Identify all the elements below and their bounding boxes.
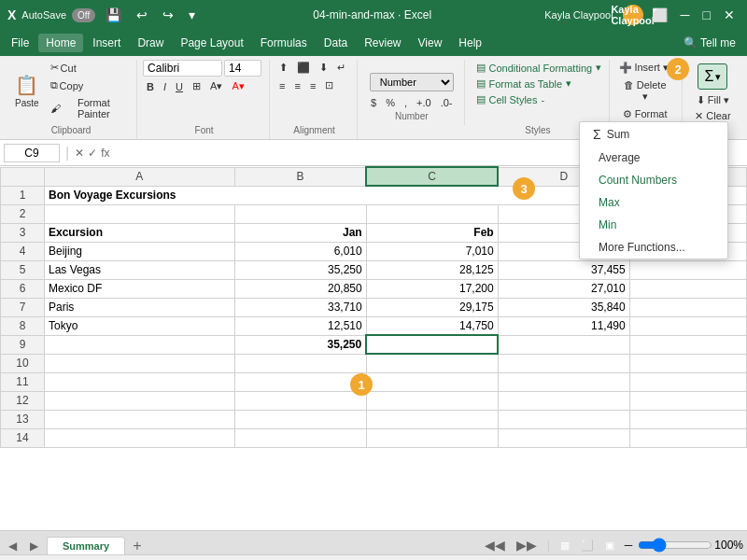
- cell-a2[interactable]: [45, 204, 235, 223]
- cancel-formula-icon[interactable]: ✕: [75, 147, 84, 160]
- cell-c13[interactable]: [366, 410, 498, 428]
- menu-insert[interactable]: Insert: [85, 34, 128, 52]
- menu-data[interactable]: Data: [317, 34, 355, 52]
- row-header-11[interactable]: 11: [1, 372, 45, 391]
- cell-d11[interactable]: [498, 372, 629, 391]
- cell-e9[interactable]: [629, 335, 746, 354]
- cell-c14[interactable]: [366, 428, 498, 447]
- conditional-formatting-button[interactable]: ▤ Conditional Formatting ▾: [471, 60, 608, 76]
- cell-b3[interactable]: Jan: [234, 223, 366, 242]
- cell-d8[interactable]: 11,490: [498, 316, 629, 335]
- menu-item-count-numbers[interactable]: Count Numbers: [580, 169, 727, 191]
- format-painter-button[interactable]: 🖌 Format Painter: [47, 95, 130, 121]
- cell-b2[interactable]: [234, 204, 366, 223]
- cell-c6[interactable]: 17,200: [366, 279, 498, 298]
- cell-e14[interactable]: [629, 428, 746, 447]
- menu-item-min[interactable]: Min: [580, 214, 727, 236]
- user-circle[interactable]: Kayla Claypool: [623, 5, 643, 25]
- font-color-button[interactable]: A▾: [228, 78, 247, 94]
- dec-increase-button[interactable]: +.0: [413, 95, 435, 110]
- cell-e10[interactable]: [629, 354, 746, 372]
- col-header-a[interactable]: A: [45, 167, 235, 186]
- font-name-input[interactable]: [143, 60, 222, 77]
- font-size-input[interactable]: [224, 60, 261, 77]
- scroll-right-button[interactable]: ▶▶: [512, 536, 542, 554]
- quick-access-more[interactable]: ▾: [184, 6, 200, 24]
- cell-a1[interactable]: Bon Voyage Excursions: [45, 186, 630, 204]
- row-header-5[interactable]: 5: [1, 260, 45, 279]
- cell-a5[interactable]: Las Vegas: [45, 260, 235, 279]
- cell-a6[interactable]: Mexico DF: [45, 279, 235, 298]
- cell-styles-button[interactable]: ▤ Cell Styles -: [471, 91, 551, 107]
- menu-draw[interactable]: Draw: [130, 34, 171, 52]
- align-left-button[interactable]: ≡: [275, 78, 289, 93]
- align-bottom-button[interactable]: ⬇: [316, 60, 331, 76]
- cell-a11[interactable]: [45, 372, 235, 391]
- menu-search[interactable]: 🔍 Tell me: [676, 34, 743, 52]
- row-header-1[interactable]: 1: [1, 186, 45, 204]
- cell-c12[interactable]: [366, 391, 498, 410]
- close-button[interactable]: ✕: [719, 6, 740, 24]
- cell-reference-input[interactable]: [4, 144, 60, 162]
- cell-b7[interactable]: 33,710: [234, 298, 366, 316]
- cell-d7[interactable]: 35,840: [498, 298, 629, 316]
- row-header-6[interactable]: 6: [1, 279, 45, 298]
- cut-button[interactable]: ✂ Cut: [47, 60, 130, 76]
- fill-button[interactable]: ⬇ Fill ▾: [693, 92, 733, 108]
- row-header-12[interactable]: 12: [1, 391, 45, 410]
- zoom-minus[interactable]: ─: [625, 539, 633, 552]
- zoom-slider[interactable]: [638, 538, 712, 553]
- menu-review[interactable]: Review: [357, 34, 408, 52]
- cell-e13[interactable]: [629, 410, 746, 428]
- cell-c3[interactable]: Feb: [366, 223, 498, 242]
- cell-a9[interactable]: [45, 335, 235, 354]
- align-center-button[interactable]: ≡: [291, 78, 304, 93]
- cell-e8[interactable]: [629, 316, 746, 335]
- save-button[interactable]: 💾: [101, 6, 126, 24]
- add-sheet-button[interactable]: +: [129, 538, 145, 554]
- row-header-8[interactable]: 8: [1, 316, 45, 335]
- menu-item-average[interactable]: Average: [580, 147, 727, 169]
- delete-cells-button[interactable]: 🗑 Delete ▾: [615, 77, 673, 105]
- percent-button[interactable]: %: [382, 95, 399, 110]
- row-header-2[interactable]: 2: [1, 204, 45, 223]
- row-header-4[interactable]: 4: [1, 242, 45, 260]
- cell-b9[interactable]: 35,250: [234, 335, 366, 354]
- cell-d10[interactable]: [498, 354, 629, 372]
- cell-a14[interactable]: [45, 428, 235, 447]
- scroll-sheets-right[interactable]: ▶: [25, 538, 43, 554]
- cell-e12[interactable]: [629, 391, 746, 410]
- cell-e5[interactable]: [629, 260, 746, 279]
- currency-button[interactable]: $: [367, 95, 380, 110]
- number-format-select[interactable]: Number General Currency Percentage: [370, 73, 454, 91]
- menu-page-layout[interactable]: Page Layout: [173, 34, 250, 52]
- cell-d13[interactable]: [498, 410, 629, 428]
- row-header-13[interactable]: 13: [1, 410, 45, 428]
- wrap-text-button[interactable]: ↵: [333, 60, 349, 76]
- menu-item-max[interactable]: Max: [580, 191, 727, 214]
- italic-button[interactable]: I: [160, 79, 170, 94]
- cell-d6[interactable]: 27,010: [498, 279, 629, 298]
- cell-e6[interactable]: [629, 279, 746, 298]
- sheet-tab-summary[interactable]: Summary: [47, 537, 125, 554]
- cell-e7[interactable]: [629, 298, 746, 316]
- page-layout-view-button[interactable]: ⬜: [576, 538, 599, 553]
- redo-button[interactable]: ↪: [158, 6, 178, 24]
- row-header-14[interactable]: 14: [1, 428, 45, 447]
- page-break-view-button[interactable]: ▣: [600, 538, 619, 553]
- cell-d9[interactable]: [498, 335, 629, 354]
- menu-view[interactable]: View: [411, 34, 450, 52]
- maximize-button[interactable]: □: [698, 6, 715, 24]
- autosum-button[interactable]: Σ ▾: [698, 63, 727, 90]
- cell-b6[interactable]: 20,850: [234, 279, 366, 298]
- autosave-toggle[interactable]: Off: [72, 8, 95, 22]
- border-button[interactable]: ⊞: [189, 78, 204, 94]
- cell-a7[interactable]: Paris: [45, 298, 235, 316]
- insert-function-icon[interactable]: fx: [101, 147, 109, 160]
- cell-c8[interactable]: 14,750: [366, 316, 498, 335]
- bold-button[interactable]: B: [143, 79, 158, 94]
- menu-help[interactable]: Help: [451, 34, 489, 52]
- normal-view-button[interactable]: ▦: [556, 538, 574, 553]
- fill-color-button[interactable]: A▾: [206, 78, 226, 94]
- cell-c5[interactable]: 28,125: [366, 260, 498, 279]
